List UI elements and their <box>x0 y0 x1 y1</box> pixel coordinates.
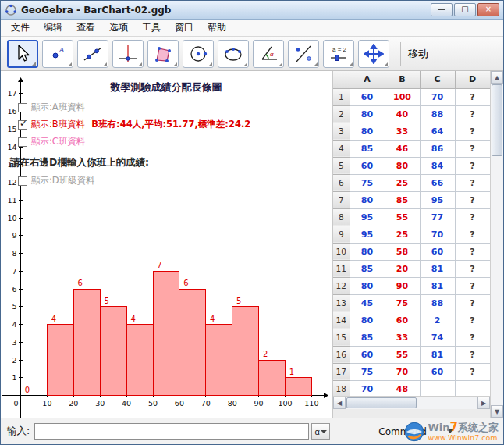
scroll-up-icon[interactable]: ▲ <box>491 71 503 84</box>
cell-A12[interactable]: 80 <box>350 277 385 294</box>
cell-C3[interactable]: 64 <box>420 123 455 140</box>
cell-C16[interactable]: 81 <box>420 346 455 363</box>
row-header-6[interactable]: 6 <box>333 174 350 191</box>
row-header-12[interactable]: 12 <box>333 277 350 294</box>
cell-C4[interactable]: 86 <box>420 140 455 157</box>
column-header-D[interactable]: D <box>455 71 490 88</box>
cell-B5[interactable]: 80 <box>385 157 420 174</box>
cell-B1[interactable]: 100 <box>385 88 420 105</box>
checkbox-show-class-a[interactable]: 顯示:A班資料 <box>18 102 250 112</box>
cell-D16[interactable]: ? <box>455 346 490 363</box>
tool-polygon-button[interactable] <box>147 40 179 68</box>
sheet-corner[interactable] <box>333 71 350 88</box>
row-header-16[interactable]: 16 <box>333 346 350 363</box>
cell-A7[interactable]: 80 <box>350 191 385 208</box>
menu-item-3[interactable]: 选项 <box>102 19 135 37</box>
cell-D12[interactable]: ? <box>455 277 490 294</box>
row-header-10[interactable]: 10 <box>333 243 350 260</box>
menu-item-6[interactable]: 帮助 <box>201 19 233 37</box>
algebra-input-field[interactable] <box>34 423 309 440</box>
cell-B2[interactable]: 40 <box>385 105 420 123</box>
cell-C12[interactable]: 81 <box>420 277 455 294</box>
cell-B9[interactable]: 25 <box>385 226 420 243</box>
cell-B6[interactable]: 25 <box>385 174 420 191</box>
cell-A18[interactable]: 70 <box>350 380 385 396</box>
cell-A2[interactable]: 80 <box>350 105 385 123</box>
histogram-bar-20-30[interactable] <box>73 289 100 396</box>
cell-D4[interactable]: ? <box>455 140 490 157</box>
close-button[interactable]: × <box>477 3 499 16</box>
cell-D11[interactable]: ? <box>455 260 490 277</box>
cell-A9[interactable]: 95 <box>350 226 385 243</box>
cell-C17[interactable]: 60 <box>420 363 455 380</box>
cell-D7[interactable]: ? <box>455 191 490 208</box>
row-header-7[interactable]: 7 <box>333 191 350 208</box>
tool-line-two-points-button[interactable] <box>77 40 108 68</box>
tool-conic-button[interactable] <box>218 40 249 68</box>
checkbox-show-class-b[interactable]: 顯示:B班資料 B班有:44人,平均:51.77,標準差:24.2 <box>18 119 250 130</box>
horizontal-scroll-thumb[interactable] <box>346 397 417 408</box>
cell-B8[interactable]: 55 <box>385 208 420 226</box>
histogram-bar-40-50[interactable] <box>126 325 153 396</box>
cell-A13[interactable]: 45 <box>350 294 385 312</box>
row-header-11[interactable]: 11 <box>333 260 350 277</box>
cell-A6[interactable]: 75 <box>350 174 385 191</box>
checkbox-show-class-c[interactable]: 顯示:C班資料 <box>18 137 250 147</box>
horizontal-scroll-track[interactable] <box>417 397 477 409</box>
cell-A15[interactable]: 85 <box>350 329 385 346</box>
graphics-view[interactable]: 0102030405060708090100110123456789101112… <box>1 71 332 418</box>
cell-B3[interactable]: 33 <box>385 123 420 140</box>
cell-D15[interactable]: ? <box>455 329 490 346</box>
histogram-bar-50-60[interactable] <box>153 271 179 395</box>
cell-C6[interactable]: 66 <box>420 174 455 191</box>
menu-item-0[interactable]: 文件 <box>4 19 37 37</box>
cell-D3[interactable]: ? <box>455 123 490 140</box>
cell-D5[interactable]: ? <box>455 157 490 174</box>
histogram-bar-10-20[interactable] <box>47 325 73 396</box>
checkbox-box-a[interactable] <box>18 103 27 112</box>
checkbox-show-class-d[interactable]: 顯示:D班級資料 <box>18 176 250 186</box>
cell-C18[interactable] <box>420 380 455 396</box>
title-bar[interactable]: GeoGebra - BarChart-02.ggb — □ × <box>1 1 503 20</box>
cell-B13[interactable]: 75 <box>385 294 420 312</box>
row-header-5[interactable]: 5 <box>333 157 350 174</box>
row-header-9[interactable]: 9 <box>333 226 350 243</box>
column-header-A[interactable]: A <box>350 71 385 88</box>
histogram-bar-70-80[interactable] <box>206 325 232 396</box>
row-header-2[interactable]: 2 <box>333 105 350 123</box>
cell-D6[interactable]: ? <box>455 174 490 191</box>
tool-slider-button[interactable]: a = 2 <box>323 40 354 68</box>
tool-circle-center-point-button[interactable] <box>183 40 214 68</box>
column-header-C[interactable]: C <box>420 71 455 88</box>
checkbox-box-b[interactable] <box>18 120 27 130</box>
spreadsheet-grid[interactable]: ABCD16010070?2804088?3803364?4854686?560… <box>333 71 490 396</box>
scroll-left-icon[interactable]: ◀ <box>333 397 346 409</box>
cell-B14[interactable]: 60 <box>385 312 420 329</box>
row-header-15[interactable]: 15 <box>333 329 350 346</box>
cell-C7[interactable]: 95 <box>420 191 455 208</box>
checkbox-box-d[interactable] <box>18 176 27 186</box>
histogram-bar-30-40[interactable] <box>100 307 126 396</box>
minimize-button[interactable]: — <box>431 3 453 16</box>
tool-reflect-about-line-button[interactable] <box>288 40 319 68</box>
row-header-4[interactable]: 4 <box>333 140 350 157</box>
cell-A16[interactable]: 60 <box>350 346 385 363</box>
histogram-bar-60-70[interactable] <box>179 289 206 396</box>
cell-A14[interactable]: 80 <box>350 312 385 329</box>
tool-angle-button[interactable]: α <box>253 40 284 68</box>
cell-B12[interactable]: 90 <box>385 277 420 294</box>
cell-C10[interactable]: 60 <box>420 243 455 260</box>
histogram-bar-100-110[interactable] <box>286 378 312 396</box>
cell-D2[interactable]: ? <box>455 105 490 123</box>
cell-D1[interactable]: ? <box>455 88 490 105</box>
cell-A17[interactable]: 75 <box>350 363 385 380</box>
cell-A3[interactable]: 80 <box>350 123 385 140</box>
cell-A4[interactable]: 85 <box>350 140 385 157</box>
command-dropdown[interactable]: Command <box>378 426 453 437</box>
scroll-down-icon[interactable]: ▼ <box>491 405 503 418</box>
vertical-scrollbar[interactable]: ▲ ▼ <box>490 71 503 418</box>
cell-D14[interactable]: ? <box>455 312 490 329</box>
checkbox-box-c[interactable] <box>18 137 27 147</box>
row-header-1[interactable]: 1 <box>333 88 350 105</box>
cell-A1[interactable]: 60 <box>350 88 385 105</box>
